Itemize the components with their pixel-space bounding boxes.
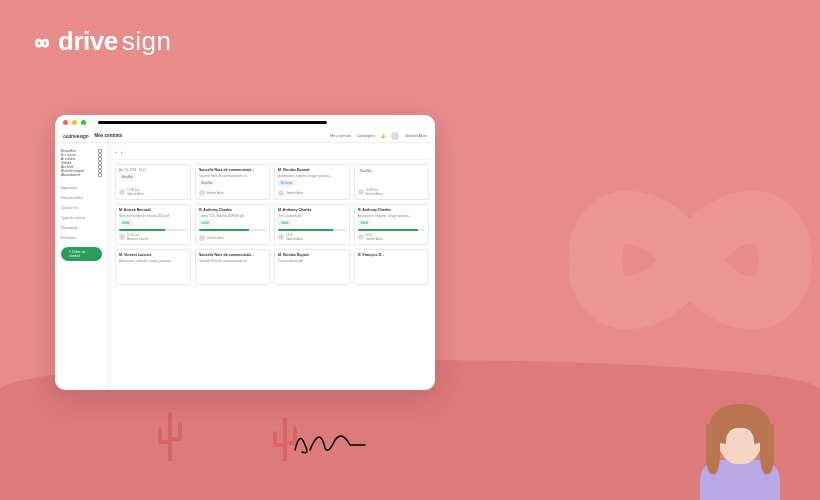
contract-card[interactable]: Nouvelle Note de communicati...Nouvelle … — [195, 164, 271, 200]
filter-section[interactable]: Échéance — [61, 236, 102, 240]
person-illustration — [695, 410, 785, 500]
sidebar: BrouillonEn coursÀ validerValidéArchivéB… — [55, 129, 109, 390]
progress-bar — [358, 229, 426, 231]
card-subtitle: Nouvelle Note de communication uti... — [199, 259, 267, 263]
progress-bar — [199, 229, 267, 231]
avatar — [278, 190, 284, 196]
user-avatar[interactable] — [391, 132, 399, 140]
create-contract-button[interactable]: « Créer un contrat — [61, 247, 102, 261]
card-title: M. Nicolas Dupuis — [278, 253, 346, 257]
contract-card[interactable]: Brouillon14:30 hierValentin Alves — [354, 164, 430, 200]
brand-logo: drive sign — [30, 26, 171, 57]
progress-bar — [119, 229, 187, 231]
status-badge: Brouillon — [199, 180, 216, 186]
filter-section[interactable]: Date de fin — [61, 206, 102, 210]
avatar — [358, 189, 364, 195]
nav-campagnes[interactable]: Campagnes — [356, 134, 375, 138]
card-subtitle: Autorisation_exploiter_image_persona... — [119, 259, 187, 263]
status-badge: Validé — [119, 220, 133, 226]
filter-checkbox[interactable] — [98, 173, 102, 177]
filter-section[interactable]: Signataire — [61, 186, 102, 190]
card-footer: 13:45Valentin Alves — [358, 233, 426, 241]
card-author: Valentin Alves — [286, 237, 303, 241]
main-content: ‹ › Apr 24, 2023 · 10:15Brouillon14:30 h… — [109, 129, 435, 390]
card-title: Nouvelle Note de communicati... — [199, 168, 267, 172]
avatar — [278, 234, 284, 240]
card-title: M. Anthony Charles — [278, 208, 346, 212]
card-footer: Valentin Alves — [278, 190, 346, 196]
filter-label: Abandonné — [61, 173, 80, 177]
card-subtitle: Contrat CDI - Nicolas DUPUIS.pdf — [199, 214, 267, 218]
status-badge: Validé — [358, 220, 372, 226]
page-title: Mes contrats — [95, 133, 123, 138]
card-subtitle: Devis-oodrive.pdf — [278, 214, 346, 218]
status-badge: En cours — [278, 180, 295, 186]
contract-card[interactable]: M. Nicolas DurandAutorisation_exploiter_… — [274, 164, 350, 200]
app-window: oodrivesign Mes contrats Mes contrats Ca… — [55, 115, 435, 390]
signature-illustration — [290, 420, 370, 460]
contract-card[interactable]: M. Anthony CharlesContrat CDI - Nicolas … — [195, 204, 271, 245]
card-author: Maxence Laurent — [127, 237, 149, 241]
contract-card[interactable]: M. Nicolas DupuisContrat-interco.pdf — [274, 249, 350, 285]
card-footer: Valentin Alves — [199, 190, 267, 196]
status-badge: Brouillon — [119, 174, 136, 180]
close-dot[interactable] — [63, 120, 68, 125]
card-author: Valentin Alves — [207, 236, 224, 240]
status-badge: Brouillon — [358, 168, 375, 174]
card-footer: 13:45Valentin Alves — [278, 233, 346, 241]
status-badge: Validé — [278, 220, 292, 226]
card-author: Valentin Alves — [366, 192, 383, 196]
logo-drive-text: drive — [58, 26, 118, 57]
card-title: M. Vincent Lacoste — [119, 253, 187, 257]
filter-section[interactable]: Type de contrat — [61, 216, 102, 220]
card-title: M. Nicolas Durand — [278, 168, 346, 172]
avatar — [358, 234, 364, 240]
back-arrow[interactable]: ‹ — [115, 149, 117, 155]
infinity-icon — [30, 36, 54, 52]
cards-grid: Apr 24, 2023 · 10:15Brouillon14:30 hierV… — [115, 164, 429, 285]
card-subtitle: Contrat-interco.pdf — [278, 259, 346, 263]
filter-section[interactable]: Périodicité — [61, 226, 102, 230]
card-title: M. Anissa Bensaïd — [119, 208, 187, 212]
avatar — [119, 189, 125, 195]
card-author: Valentin Alves — [286, 191, 303, 195]
card-subtitle: Nouvelle Note de communication uti... — [199, 174, 267, 178]
window-titlebar — [55, 115, 435, 129]
card-footer: Valentin Alves — [199, 235, 267, 241]
progress-bar — [278, 229, 346, 231]
cactus-decoration — [150, 406, 190, 470]
contract-card[interactable]: M. Anthony CharlesDevis-oodrive.pdfValid… — [274, 204, 350, 245]
status-badge: Validé — [199, 220, 213, 226]
card-footer: 14:30 hierValentin Alves — [358, 188, 426, 196]
card-title: M. Anthony Charles — [358, 208, 426, 212]
filter-section[interactable]: Date de début — [61, 196, 102, 200]
card-author: Valentin Alves — [366, 237, 383, 241]
contract-card[interactable]: M. Anissa BensaïdMise en exemple de réun… — [115, 204, 191, 245]
forward-arrow[interactable]: › — [121, 149, 123, 155]
card-author: Valentin Alves — [207, 191, 224, 195]
contract-card[interactable]: M. Vincent LacosteAutorisation_exploiter… — [115, 249, 191, 285]
card-title: M. Anthony Charles — [199, 208, 267, 212]
contract-card[interactable]: M. François D... — [354, 249, 430, 285]
user-name: Valentin Alves — [405, 134, 427, 138]
card-subtitle: Autorisation_exploiter_image_persona... — [358, 214, 426, 218]
app-logo: oodrivesign — [63, 133, 89, 139]
nav-contrats[interactable]: Mes contrats — [330, 134, 350, 138]
contract-card[interactable]: Nouvelle Note de communicati...Nouvelle … — [195, 249, 271, 285]
minimize-dot[interactable] — [72, 120, 77, 125]
avatar — [199, 235, 205, 241]
card-footer: 14:30 hierValentin Alves — [119, 188, 187, 196]
app-header: oodrivesign Mes contrats Mes contrats Ca… — [55, 129, 435, 143]
toolbar: ‹ › — [115, 147, 429, 160]
contract-card[interactable]: M. Anthony CharlesAutorisation_exploiter… — [354, 204, 430, 245]
filter-row[interactable]: Abandonné — [61, 173, 102, 177]
maximize-dot[interactable] — [81, 120, 86, 125]
bell-icon[interactable]: 🔔 — [381, 134, 385, 138]
avatar — [199, 190, 205, 196]
card-footer: 13:45 jeuMaxence Laurent — [119, 233, 187, 241]
card-subtitle: Mise en exemple de réunion 2019.pdf — [119, 214, 187, 218]
avatar — [119, 234, 125, 240]
contract-card[interactable]: Apr 24, 2023 · 10:15Brouillon14:30 hierV… — [115, 164, 191, 200]
card-title: Nouvelle Note de communicati... — [199, 253, 267, 257]
titlebar-line — [98, 121, 327, 124]
